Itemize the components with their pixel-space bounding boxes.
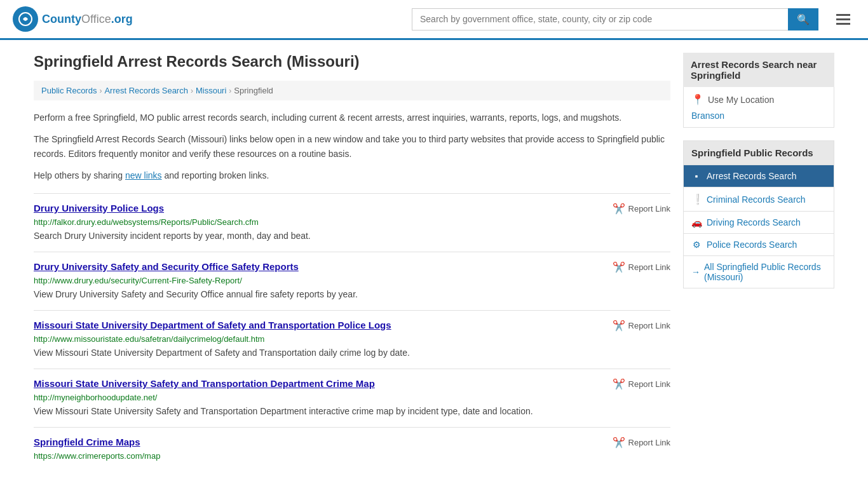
sidebar-nav-driving-records[interactable]: 🚗 Driving Records Search	[684, 212, 834, 234]
breadcrumb: Public Records › Arrest Records Search ›…	[34, 81, 670, 100]
criminal-records-icon: ❕	[691, 193, 702, 205]
breadcrumb-missouri[interactable]: Missouri	[196, 86, 226, 95]
police-records-icon: ⚙	[691, 240, 702, 250]
description-2: The Springfield Arrest Records Search (M…	[34, 132, 670, 161]
sidebar-public-records-section: Springfield Public Records ▪ Arrest Reco…	[683, 140, 834, 288]
arrest-records-icon: ▪	[691, 171, 702, 181]
record-description: View Drury University Safety and Securit…	[34, 288, 670, 301]
report-icon: ✂️	[613, 203, 625, 215]
menu-line-2	[836, 18, 850, 20]
content-area: Springfield Arrest Records Search (Misso…	[34, 53, 670, 472]
report-icon: ✂️	[613, 437, 625, 449]
search-button[interactable]: 🔍	[788, 8, 818, 30]
menu-line-1	[836, 14, 850, 16]
sidebar-nav-criminal-records[interactable]: ❕ Criminal Records Search	[684, 187, 834, 212]
report-icon: ✂️	[613, 378, 625, 390]
sidebar-all-records-link[interactable]: → All Springfield Public Records (Missou…	[684, 256, 834, 288]
report-icon: ✂️	[613, 261, 625, 273]
breadcrumb-sep-2: ›	[191, 86, 193, 95]
sidebar-nearby-header: Arrest Records Search near Springfield	[683, 53, 834, 87]
site-header: CountyOffice.org 🔍	[0, 0, 868, 40]
report-link-button[interactable]: ✂️ Report Link	[613, 203, 670, 215]
logo-icon	[13, 6, 38, 32]
sidebar: Arrest Records Search near Springfield 📍…	[683, 53, 834, 472]
breadcrumb-current: Springfield	[234, 86, 273, 95]
report-link-label: Report Link	[628, 204, 670, 214]
report-link-button[interactable]: ✂️ Report Link	[613, 378, 670, 390]
record-title[interactable]: Springfield Crime Maps	[34, 437, 140, 447]
record-description: View Missouri State University Departmen…	[34, 346, 670, 360]
sidebar-public-records-header: Springfield Public Records	[684, 141, 834, 165]
report-link-label: Report Link	[628, 438, 670, 447]
breadcrumb-sep-3: ›	[229, 86, 231, 95]
breadcrumb-sep-1: ›	[99, 86, 102, 95]
all-records-arrow: →	[691, 267, 700, 277]
search-bar: 🔍	[412, 8, 818, 30]
record-url: http://falkor.drury.edu/websystems/Repor…	[34, 217, 670, 227]
record-title[interactable]: Missouri State University Department of …	[34, 320, 391, 330]
record-header: Drury University Safety and Security Off…	[34, 261, 670, 273]
description-1: Perform a free Springfield, MO public ar…	[34, 111, 670, 125]
sidebar-nearby-content: 📍 Use My Location Branson	[683, 87, 834, 128]
record-title[interactable]: Drury University Safety and Security Off…	[34, 261, 299, 272]
search-input[interactable]	[412, 8, 788, 30]
sidebar-nav-police-records[interactable]: ⚙ Police Records Search	[684, 234, 834, 256]
report-icon: ✂️	[613, 320, 625, 332]
record-title[interactable]: Drury University Police Logs	[34, 203, 164, 214]
report-link-button[interactable]: ✂️ Report Link	[613, 320, 670, 332]
driving-records-icon: 🚗	[691, 217, 702, 227]
breadcrumb-public-records[interactable]: Public Records	[41, 86, 97, 95]
sidebar-nearby-section: Arrest Records Search near Springfield 📍…	[683, 53, 834, 128]
sidebar-nav-arrest-records[interactable]: ▪ Arrest Records Search	[684, 165, 834, 187]
report-link-label: Report Link	[628, 262, 670, 272]
site-logo[interactable]: CountyOffice.org	[13, 6, 133, 32]
page-title: Springfield Arrest Records Search (Misso…	[34, 53, 670, 71]
report-link-button[interactable]: ✂️ Report Link	[613, 261, 670, 273]
record-description: View Missouri State University Safety an…	[34, 405, 670, 418]
record-title[interactable]: Missouri State University Safety and Tra…	[34, 378, 375, 389]
search-icon: 🔍	[797, 14, 810, 25]
record-header: Springfield Crime Maps ✂️ Report Link	[34, 437, 670, 449]
record-description: Search Drury University incident reports…	[34, 229, 670, 243]
report-link-label: Report Link	[628, 321, 670, 330]
record-item: Drury University Police Logs ✂️ Report L…	[34, 193, 670, 252]
nearby-branson-link[interactable]: Branson	[691, 111, 826, 121]
main-container: Springfield Arrest Records Search (Misso…	[21, 40, 847, 485]
record-url: http://myneighborhoodupdate.net/	[34, 393, 670, 402]
location-icon: 📍	[691, 93, 704, 105]
record-item: Missouri State University Safety and Tra…	[34, 369, 670, 427]
records-list: Drury University Police Logs ✂️ Report L…	[34, 193, 670, 472]
report-link-label: Report Link	[628, 379, 670, 389]
record-header: Missouri State University Safety and Tra…	[34, 378, 670, 390]
record-url: http://www.drury.edu/security/Current-Fi…	[34, 276, 670, 285]
record-header: Drury University Police Logs ✂️ Report L…	[34, 203, 670, 215]
menu-button[interactable]	[831, 11, 855, 27]
menu-line-3	[836, 23, 850, 25]
new-links-link[interactable]: new links	[125, 170, 162, 180]
description-3: Help others by sharing new links and rep…	[34, 168, 670, 182]
record-url: http://www.missouristate.edu/safetran/da…	[34, 334, 670, 344]
breadcrumb-arrest-records[interactable]: Arrest Records Search	[104, 86, 188, 95]
report-link-button[interactable]: ✂️ Report Link	[613, 437, 670, 449]
use-location-button[interactable]: 📍 Use My Location	[691, 93, 826, 105]
record-item: Missouri State University Department of …	[34, 310, 670, 369]
record-url: https://www.crimereports.com/map	[34, 451, 670, 461]
record-item: Drury University Safety and Security Off…	[34, 252, 670, 310]
logo-text: CountyOffice.org	[42, 13, 133, 26]
record-header: Missouri State University Department of …	[34, 320, 670, 332]
record-item: Springfield Crime Maps ✂️ Report Link ht…	[34, 427, 670, 472]
